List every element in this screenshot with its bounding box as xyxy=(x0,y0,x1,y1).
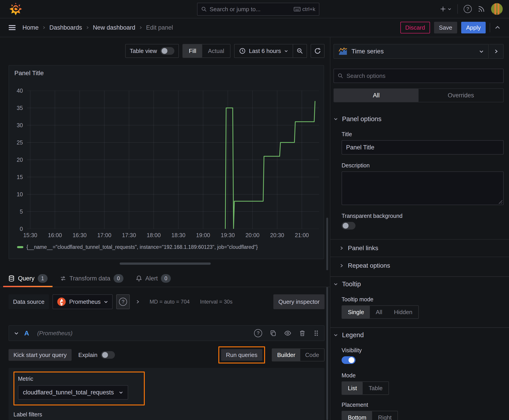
legend-table-option[interactable]: Table xyxy=(363,382,388,394)
placement-right-option[interactable]: Right xyxy=(372,411,397,420)
query-help-icon[interactable]: ? xyxy=(254,329,262,337)
viz-suggestions-button[interactable] xyxy=(489,44,504,59)
tooltip-title: Tooltip xyxy=(342,280,361,288)
save-button[interactable]: Save xyxy=(434,22,457,33)
legend-header[interactable]: Legend xyxy=(330,328,509,342)
horizontal-resize-handle[interactable] xyxy=(120,262,211,265)
query-builder: Metric cloudflared_tunnel_total_requests… xyxy=(8,368,325,420)
shortcut-hint: ctrl+k xyxy=(294,6,315,12)
actual-option[interactable]: Actual xyxy=(202,45,230,57)
grafana-logo-icon[interactable] xyxy=(9,3,22,15)
series-label: {__name__="cloudflared_tunnel_total_requ… xyxy=(26,244,258,250)
explain-label: Explain xyxy=(78,352,97,359)
menu-icon[interactable] xyxy=(8,23,16,32)
placement-bottom-option[interactable]: Bottom xyxy=(342,411,372,420)
tooltip-header[interactable]: Tooltip xyxy=(330,277,509,291)
drag-handle-icon[interactable] xyxy=(313,330,319,337)
legend-list-option[interactable]: List xyxy=(342,382,363,394)
tooltip-hidden-option[interactable]: Hidden xyxy=(388,306,418,318)
metric-value: cloudflared_tunnel_total_requests xyxy=(23,389,114,396)
news-icon[interactable] xyxy=(478,5,485,13)
nav-bar: Home Dashboards New dashboard Edit panel… xyxy=(0,18,509,37)
repeat-options-section[interactable]: Repeat options xyxy=(330,257,509,274)
query-ref-id[interactable]: A xyxy=(24,329,29,337)
collapse-header-button[interactable] xyxy=(494,24,501,31)
tooltip-single-option[interactable]: Single xyxy=(342,306,370,318)
apply-button[interactable]: Apply xyxy=(461,22,486,33)
database-icon xyxy=(8,275,15,282)
breadcrumb-new-dashboard[interactable]: New dashboard xyxy=(93,24,135,31)
topbar-divider xyxy=(457,4,458,14)
query-inspector-button[interactable]: Query inspector xyxy=(273,294,325,309)
description-textarea[interactable] xyxy=(342,171,504,205)
y-tick-label: 0 xyxy=(9,226,23,232)
explain-control: Explain xyxy=(78,351,115,359)
breadcrumb-home[interactable]: Home xyxy=(23,24,38,31)
chevron-up-icon xyxy=(494,24,501,31)
tab-transform-data[interactable]: Transform data 0 xyxy=(55,274,128,287)
breadcrumb: Home Dashboards New dashboard Edit panel xyxy=(23,24,173,31)
panel-title-input[interactable] xyxy=(342,140,504,155)
refresh-button[interactable] xyxy=(311,44,325,58)
visibility-label: Visibility xyxy=(342,347,504,354)
tab-alert-label: Alert xyxy=(145,275,158,282)
tooltip-mode-label: Tooltip mode xyxy=(342,296,504,303)
datasource-help-button[interactable]: ? xyxy=(116,294,130,309)
delete-query-icon[interactable] xyxy=(299,330,306,337)
legend-mode-segment: List Table xyxy=(342,381,389,395)
y-axis-labels: 0510152025303540 xyxy=(9,91,24,229)
panel-preview[interactable]: Panel Title 0510152025303540 15:3016:001… xyxy=(8,65,324,259)
tab-query[interactable]: Query 1 xyxy=(3,274,53,287)
label-filters-label: Label filters xyxy=(14,411,319,418)
zoom-out-button[interactable] xyxy=(293,45,307,57)
collapse-query-icon[interactable] xyxy=(14,331,19,336)
metric-select[interactable]: cloudflared_tunnel_total_requests xyxy=(18,385,128,400)
code-option[interactable]: Code xyxy=(300,349,324,361)
query-count-badge: 1 xyxy=(38,274,48,283)
legend-title: Legend xyxy=(342,331,364,339)
table-view-toggle[interactable] xyxy=(160,47,174,55)
fill-option[interactable]: Fill xyxy=(183,45,202,57)
chart-plot[interactable] xyxy=(27,91,319,229)
table-view-control: Table view xyxy=(125,44,179,58)
tab-overrides[interactable]: Overrides xyxy=(418,89,503,102)
toggle-visibility-icon[interactable] xyxy=(284,330,291,337)
breadcrumb-edit-panel: Edit panel xyxy=(146,24,173,31)
breadcrumb-dashboards[interactable]: Dashboards xyxy=(49,24,82,31)
legend-visibility-toggle[interactable] xyxy=(342,356,356,364)
panel-links-label: Panel links xyxy=(348,245,378,252)
datasource-label: Data source xyxy=(8,294,49,309)
user-avatar[interactable] xyxy=(491,3,503,15)
resize-handle-icon[interactable] xyxy=(498,200,502,204)
options-tabs: All Overrides xyxy=(334,88,504,102)
main-scrollbar[interactable] xyxy=(326,218,328,420)
viz-type-select[interactable]: Time series xyxy=(334,44,489,59)
kick-start-button[interactable]: Kick start your query xyxy=(8,349,72,361)
shortcut-label: ctrl+k xyxy=(302,6,315,12)
chart-legend[interactable]: {__name__="cloudflared_tunnel_total_requ… xyxy=(17,244,258,250)
discard-button[interactable]: Discard xyxy=(400,22,430,33)
options-search[interactable]: Search options xyxy=(334,69,504,83)
help-icon[interactable]: ? xyxy=(464,5,472,13)
legend-mode-label: Mode xyxy=(342,372,504,379)
builder-option[interactable]: Builder xyxy=(272,349,300,361)
chevron-down-icon xyxy=(334,333,338,337)
tab-transform-label: Transform data xyxy=(69,275,110,282)
panel-links-section[interactable]: Panel links xyxy=(330,239,509,257)
panel-options-header[interactable]: Panel options xyxy=(330,112,509,126)
expand-options-icon[interactable] xyxy=(136,300,140,304)
tab-all[interactable]: All xyxy=(334,89,418,102)
run-queries-button[interactable]: Run queries xyxy=(221,349,262,361)
datasource-select[interactable]: Prometheus xyxy=(53,294,113,309)
duplicate-icon[interactable] xyxy=(270,330,276,337)
global-search[interactable]: Search or jump to... ctrl+k xyxy=(197,3,319,16)
add-menu-button[interactable] xyxy=(440,5,452,13)
chevron-right-icon xyxy=(494,49,499,54)
transparent-bg-toggle[interactable] xyxy=(342,222,356,230)
time-range-button[interactable]: Last 6 hours xyxy=(235,48,293,54)
tooltip-all-option[interactable]: All xyxy=(370,306,388,318)
explain-toggle[interactable] xyxy=(101,351,115,359)
tab-alert[interactable]: Alert 0 xyxy=(131,274,176,287)
alert-count-badge: 0 xyxy=(161,274,171,283)
y-tick-label: 20 xyxy=(9,157,23,163)
